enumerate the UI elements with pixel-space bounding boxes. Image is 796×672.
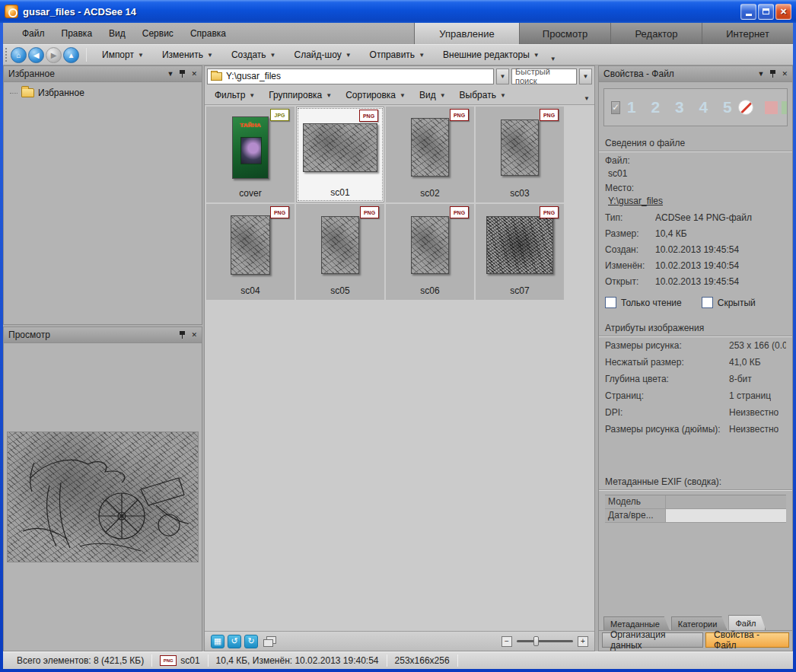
file-tile-sc02[interactable]: PNG sc02 (386, 107, 474, 202)
tab-editor[interactable]: Редактор (610, 23, 702, 44)
favorites-panel-header[interactable]: Избранное ▼ ✕ (4, 66, 202, 82)
address-input[interactable]: Y:\gusar_files (207, 68, 494, 84)
file-name-label: cover (239, 188, 261, 199)
edit-button[interactable]: Изменить▼ (153, 46, 222, 64)
filter-bar: Фильтр▼ Группировка▼ Сортировка▼ Вид▼ Вы… (205, 86, 594, 104)
color-label-red[interactable] (765, 101, 778, 114)
pin-icon[interactable] (180, 331, 185, 339)
quick-search-input[interactable]: Быстрый поиск (511, 68, 577, 84)
menu-view[interactable]: Вид (100, 28, 134, 39)
menu-tools[interactable]: Сервис (134, 28, 182, 39)
thumbnail-image[interactable] (486, 216, 553, 274)
thumbnail-image[interactable] (231, 215, 270, 275)
title-bar[interactable]: gusar_files - ACDSee 14 ✕ (0, 0, 796, 23)
menu-edit[interactable]: Правка (53, 28, 101, 39)
file-tile-sc05[interactable]: PNG sc05 (296, 204, 384, 300)
external-editors-button[interactable]: Внешние редакторы▼ (434, 46, 549, 64)
hidden-checkbox[interactable]: Скрытый (702, 297, 756, 308)
send-button[interactable]: Отправить▼ (361, 46, 434, 64)
rating-tagging-box: ✓ 1 2 3 4 5 (603, 88, 788, 126)
forward-button[interactable]: ▶ (46, 47, 62, 63)
location-link[interactable]: Y:\gusar_files (605, 193, 786, 206)
status-divider (457, 654, 458, 667)
zoom-in-button[interactable]: + (578, 636, 588, 647)
chevron-down-icon[interactable]: ▼ (758, 71, 765, 78)
attr-value: 41,0 КБ (729, 357, 761, 368)
create-button[interactable]: Создать▼ (222, 46, 285, 64)
readonly-checkbox[interactable]: Только чтение (605, 297, 682, 308)
filter-overflow-icon[interactable]: ▼ (584, 95, 590, 104)
tag-checkbox[interactable]: ✓ (611, 101, 620, 114)
minimize-button[interactable] (740, 4, 756, 20)
zoom-out-button[interactable]: − (501, 636, 512, 647)
close-icon[interactable]: ✕ (782, 71, 788, 78)
import-button[interactable]: Импорт▼ (93, 46, 153, 64)
delete-button[interactable]: ▦ (211, 635, 224, 648)
close-button[interactable]: ✕ (775, 4, 791, 20)
pin-icon[interactable] (180, 70, 185, 78)
thumbnail-image[interactable] (411, 118, 449, 177)
properties-file-button[interactable]: Свойства - Файл (705, 632, 789, 648)
tab-manage[interactable]: Управление (414, 23, 519, 44)
select-button[interactable]: Выбрать▼ (454, 90, 511, 100)
hidden-label: Скрытый (718, 298, 756, 308)
tab-internet[interactable]: Интернет (702, 23, 793, 44)
properties-panel-header[interactable]: Свойства - Файл ▼ ✕ (599, 66, 792, 82)
exif-row-datetime[interactable]: Дата/вре... (605, 509, 786, 523)
attr-label: DPI: (605, 407, 729, 418)
search-dropdown-button[interactable]: ▼ (579, 68, 592, 84)
quick-search-placeholder: Быстрый поиск (515, 67, 573, 85)
slideshow-button[interactable]: Слайд-шоу▼ (285, 46, 360, 64)
rotate-right-button[interactable]: ↻ (244, 635, 258, 648)
exif-row-model[interactable]: Модель (605, 495, 786, 509)
tab-categories[interactable]: Категории (671, 616, 728, 630)
file-value: sc01 (605, 166, 786, 179)
address-dropdown-button[interactable]: ▼ (496, 68, 509, 84)
file-tile-sc04[interactable]: PNG sc04 (206, 204, 295, 300)
filter-button[interactable]: Фильтр▼ (209, 90, 260, 100)
toolbar-grip[interactable] (5, 48, 7, 62)
thumbnail-image[interactable] (501, 119, 539, 176)
back-button[interactable]: ◀ (28, 47, 44, 63)
sorting-button[interactable]: Сортировка▼ (340, 90, 411, 100)
chevron-down-icon[interactable]: ▼ (167, 71, 174, 78)
menu-help[interactable]: Справка (182, 28, 234, 39)
toolbar-overflow-icon[interactable]: ▼ (550, 56, 556, 65)
thumbnail-image[interactable]: ТАЙНА (232, 116, 269, 179)
favorites-tree-item[interactable]: Избранное (4, 82, 202, 98)
file-tile-sc01[interactable]: PNG sc01 (296, 107, 384, 202)
organize-data-button[interactable]: Организация данных (602, 632, 703, 648)
menu-file[interactable]: Файл (14, 28, 53, 39)
thumbnail-image[interactable] (321, 216, 359, 274)
file-tile-cover[interactable]: JPG ТАЙНА cover (206, 107, 295, 202)
pin-icon[interactable] (770, 70, 775, 78)
tab-metadata[interactable]: Метаданные (603, 616, 670, 630)
color-label-green[interactable] (782, 101, 788, 114)
zoom-slider[interactable] (517, 640, 573, 642)
thumbnail-image[interactable] (411, 216, 449, 274)
compare-windows-icon[interactable] (263, 636, 275, 646)
up-button[interactable]: ▲ (63, 47, 79, 63)
tab-file[interactable]: Файл (728, 615, 766, 630)
file-tile-sc03[interactable]: PNG sc03 (476, 107, 564, 202)
rotate-left-button[interactable]: ↺ (228, 635, 241, 648)
close-icon[interactable]: ✕ (191, 71, 197, 78)
thumbnail-image[interactable] (303, 123, 377, 172)
close-icon[interactable]: ✕ (191, 332, 197, 339)
status-dimensions: 253x166x256 (387, 652, 457, 669)
format-badge-icon: PNG (360, 206, 379, 218)
home-button[interactable]: ⌂ (11, 47, 27, 63)
file-tile-sc07[interactable]: PNG sc07 (476, 204, 564, 300)
file-name-label: sc01 (330, 187, 349, 198)
no-rating-icon[interactable] (738, 100, 753, 115)
grouping-button[interactable]: Группировка▼ (263, 90, 337, 100)
cover-title-text: ТАЙНА (240, 122, 260, 129)
zoom-slider-handle[interactable] (533, 636, 539, 646)
view-button[interactable]: Вид▼ (414, 90, 451, 100)
tab-view[interactable]: Просмотр (519, 23, 610, 44)
preview-panel-header[interactable]: Просмотр ✕ (4, 327, 202, 343)
rating-digits[interactable]: 1 2 3 4 5 (627, 98, 737, 116)
file-tile-sc06[interactable]: PNG sc06 (386, 204, 474, 300)
maximize-button[interactable] (758, 4, 774, 20)
app-surface: Файл Правка Вид Сервис Справка Управлени… (3, 23, 793, 669)
